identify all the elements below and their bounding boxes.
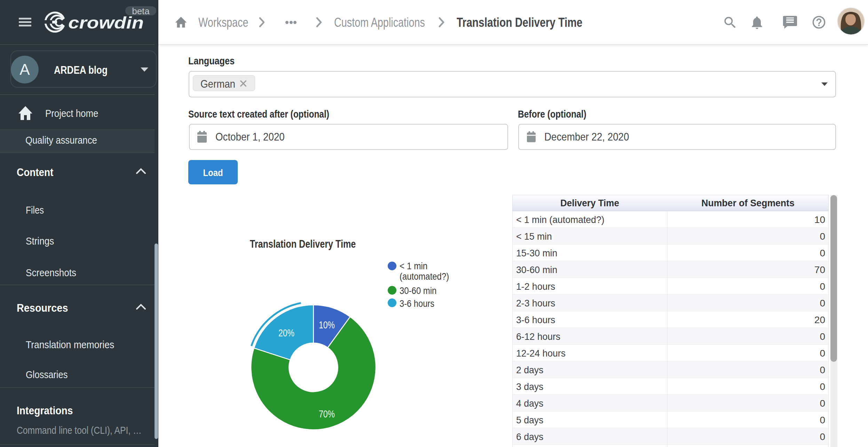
svg-text:20%: 20%: [278, 327, 294, 338]
svg-text:70%: 70%: [319, 408, 335, 420]
svg-text:10%: 10%: [319, 319, 335, 330]
